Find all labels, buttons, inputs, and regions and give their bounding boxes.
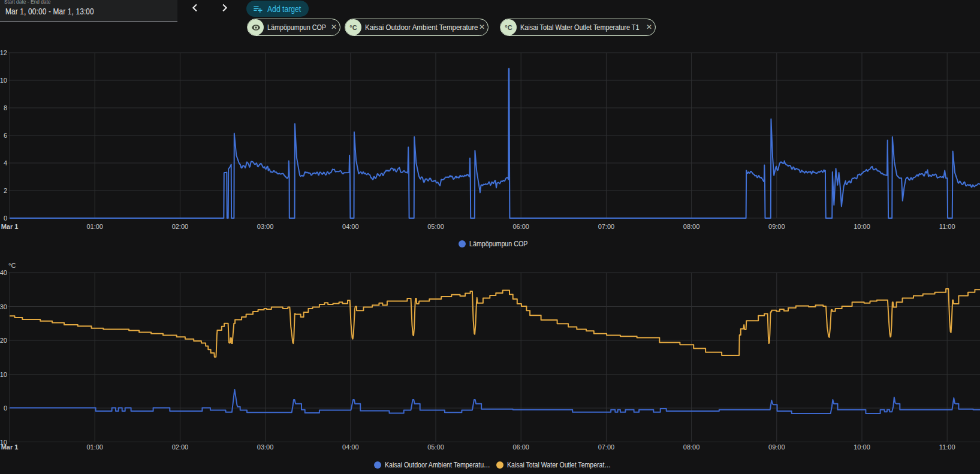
- svg-text:12: 12: [0, 49, 7, 56]
- svg-text:09:00: 09:00: [768, 223, 785, 230]
- svg-text:Mar 1: Mar 1: [1, 443, 19, 451]
- svg-text:02:00: 02:00: [172, 223, 189, 230]
- svg-text:4: 4: [4, 159, 7, 167]
- svg-text:°C: °C: [8, 262, 16, 269]
- svg-text:11:00: 11:00: [939, 223, 955, 230]
- svg-text:20: 20: [0, 337, 7, 344]
- svg-text:10:00: 10:00: [854, 443, 870, 451]
- svg-text:10: 10: [0, 371, 7, 378]
- svg-text:05:00: 05:00: [427, 443, 444, 451]
- svg-text:0: 0: [4, 404, 7, 412]
- svg-text:30: 30: [0, 303, 7, 310]
- svg-text:0: 0: [4, 215, 7, 222]
- svg-text:Mar 1: Mar 1: [1, 223, 19, 230]
- svg-text:08:00: 08:00: [683, 443, 700, 451]
- svg-text:09:00: 09:00: [768, 443, 785, 451]
- svg-text:05:00: 05:00: [427, 223, 444, 230]
- svg-text:40: 40: [0, 269, 7, 276]
- svg-text:2: 2: [4, 187, 7, 194]
- svg-text:04:00: 04:00: [342, 443, 359, 451]
- svg-text:8: 8: [4, 104, 7, 111]
- svg-text:6: 6: [4, 132, 7, 139]
- svg-text:02:00: 02:00: [172, 443, 189, 451]
- svg-text:01:00: 01:00: [86, 223, 103, 230]
- svg-text:06:00: 06:00: [512, 223, 529, 230]
- svg-text:03:00: 03:00: [257, 443, 274, 451]
- svg-text:07:00: 07:00: [598, 223, 615, 230]
- svg-text:01:00: 01:00: [86, 443, 103, 451]
- svg-text:03:00: 03:00: [257, 223, 274, 230]
- svg-text:04:00: 04:00: [342, 223, 359, 230]
- svg-text:06:00: 06:00: [512, 443, 529, 451]
- svg-text:10: 10: [0, 77, 7, 84]
- svg-text:10:00: 10:00: [854, 223, 870, 230]
- svg-text:07:00: 07:00: [598, 443, 615, 451]
- svg-text:11:00: 11:00: [939, 443, 955, 451]
- svg-text:08:00: 08:00: [683, 223, 700, 230]
